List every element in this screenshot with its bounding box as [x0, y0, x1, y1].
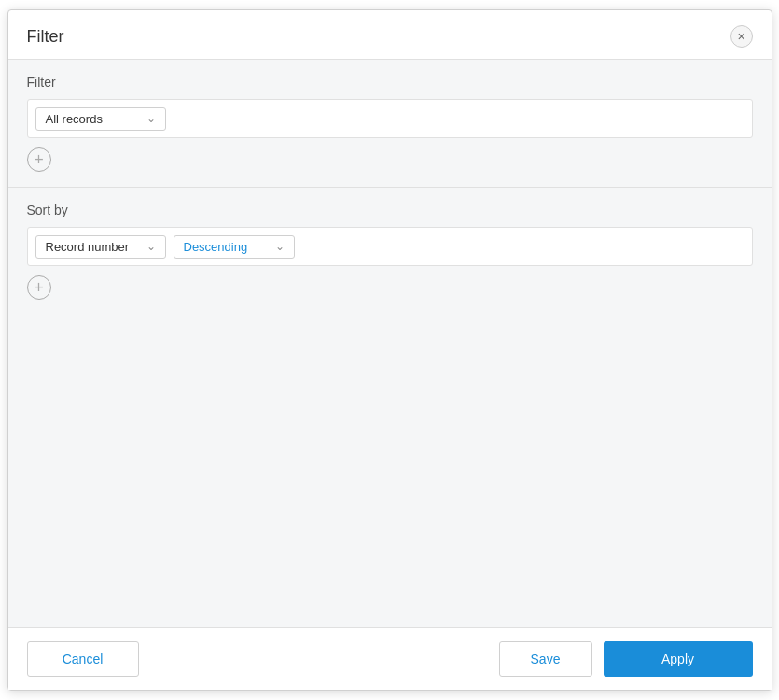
dialog-footer: Cancel Save Apply: [8, 627, 772, 690]
sort-field-value: Record number: [46, 240, 130, 254]
sort-label: Sort by: [27, 203, 753, 217]
filter-row-controls: All records ⌄: [27, 99, 753, 138]
sort-field-chevron-icon: ⌄: [146, 240, 156, 253]
sort-row-controls: Record number ⌄ Descending ⌄: [27, 227, 753, 266]
cancel-button[interactable]: Cancel: [27, 641, 139, 677]
filter-type-dropdown[interactable]: All records ⌄: [35, 107, 166, 131]
filter-type-chevron-icon: ⌄: [146, 112, 156, 125]
add-filter-button[interactable]: +: [27, 147, 51, 172]
add-sort-button[interactable]: +: [27, 275, 51, 300]
dialog-overlay: Filter × Filter All records ⌄ + Sort by: [0, 0, 779, 700]
filter-type-value: All records: [46, 112, 103, 126]
sort-order-dropdown[interactable]: Descending ⌄: [174, 235, 295, 259]
save-button[interactable]: Save: [499, 641, 592, 677]
sort-order-value: Descending: [184, 240, 248, 254]
apply-button[interactable]: Apply: [604, 641, 753, 677]
filter-section: Filter All records ⌄ +: [8, 60, 772, 188]
dialog-body: Filter All records ⌄ + Sort by Record nu…: [8, 60, 772, 627]
dialog-title: Filter: [27, 27, 64, 47]
footer-right: Save Apply: [499, 641, 753, 677]
sort-field-dropdown[interactable]: Record number ⌄: [35, 235, 166, 259]
sort-order-chevron-icon: ⌄: [275, 240, 285, 253]
filter-dialog: Filter × Filter All records ⌄ + Sort by: [7, 9, 772, 691]
sort-section: Sort by Record number ⌄ Descending ⌄ +: [8, 188, 772, 315]
close-button[interactable]: ×: [730, 25, 753, 48]
dialog-header: Filter ×: [8, 10, 772, 60]
filter-label: Filter: [27, 75, 753, 90]
footer-left: Cancel: [27, 641, 139, 677]
